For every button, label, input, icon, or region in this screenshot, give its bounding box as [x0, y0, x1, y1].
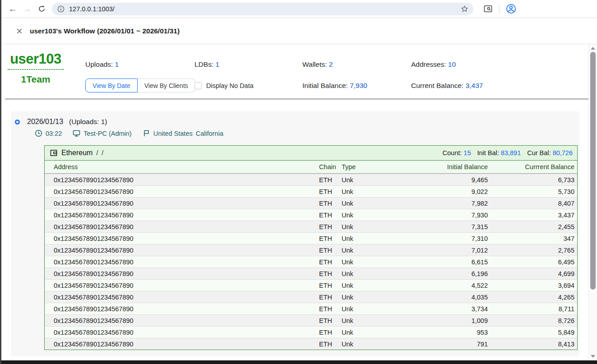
cell-chain: ETH: [319, 188, 342, 195]
cell-chain: ETH: [319, 341, 342, 348]
table-row[interactable]: 0x12345678901234567890 ETH Unk 7,982 8,4…: [45, 197, 577, 209]
table-row[interactable]: 0x12345678901234567890 ETH Unk 6,615 6,4…: [45, 256, 577, 267]
bookmark-star-icon[interactable]: [460, 5, 469, 13]
browser-window: ← → 127.0.0.1:1003/ × user103's Work: [0, 0, 597, 364]
vertical-scrollbar[interactable]: [588, 44, 597, 360]
cell-current-balance: 5,849: [488, 329, 574, 336]
cell-chain: ETH: [319, 270, 342, 277]
cell-address: 0x12345678901234567890: [45, 247, 319, 254]
cell-chain: ETH: [319, 223, 342, 230]
view-toggle-group: View By Date View By Clients: [85, 78, 194, 92]
stat-initial-balance-value: 7,930: [350, 82, 367, 89]
forward-icon: →: [23, 5, 31, 13]
cell-address: 0x12345678901234567890: [45, 305, 319, 313]
cell-current-balance: 4,265: [488, 294, 574, 301]
table-row[interactable]: 0x12345678901234567890 ETH Unk 4,522 3,6…: [45, 279, 577, 291]
cell-chain: ETH: [319, 329, 342, 336]
day-date: 2026/01/13: [27, 118, 63, 126]
profile-icon[interactable]: [506, 4, 516, 14]
table-row[interactable]: 0x12345678901234567890 ETH Unk 4,035 4,2…: [45, 291, 577, 303]
cell-type: Unk: [342, 188, 369, 195]
cell-address: 0x12345678901234567890: [45, 176, 319, 184]
toolbar-divider: [499, 5, 500, 14]
stat-initial-balance: Initial Balance: 7,930: [302, 82, 411, 90]
col-address: Address: [45, 163, 319, 170]
table-row[interactable]: 0x12345678901234567890 ETH Unk 9,022 5,7…: [45, 185, 577, 197]
stat-wallets-value: 2: [329, 60, 333, 68]
table-row[interactable]: 0x12345678901234567890 ETH Unk 3,734 8,7…: [45, 303, 577, 314]
cell-initial-balance: 6,196: [369, 270, 488, 277]
cell-chain: ETH: [319, 200, 342, 207]
cell-chain: ETH: [319, 247, 342, 254]
stat-addresses-value: 10: [448, 60, 456, 68]
cell-address: 0x12345678901234567890: [45, 294, 319, 301]
cell-initial-balance: 7,310: [369, 235, 488, 242]
table-row[interactable]: 0x12345678901234567890 ETH Unk 9,465 6,7…: [45, 174, 577, 185]
header-divider: [5, 98, 589, 100]
page-title: user103's Workflow (2026/01/01 ~ 2026/01…: [30, 27, 180, 35]
cell-address: 0x12345678901234567890: [45, 223, 319, 230]
location-country: United States: [153, 130, 193, 137]
table-row[interactable]: 0x12345678901234567890 ETH Unk 6,196 4,6…: [45, 267, 577, 279]
user-summary: user103 1Team Uploads: 1 LDBs: 1 Wallets…: [3, 45, 597, 98]
cell-initial-balance: 9,465: [369, 176, 488, 184]
cell-current-balance: 3,694: [488, 282, 574, 289]
back-icon[interactable]: ←: [9, 5, 17, 13]
stat-ldbs: LDBs: 1: [194, 60, 302, 69]
cell-type: Unk: [342, 270, 369, 277]
url-text[interactable]: 127.0.0.1:1003/: [69, 5, 460, 13]
site-info-icon[interactable]: [57, 5, 65, 13]
stat-ldbs-value: 1: [216, 60, 220, 68]
cell-chain: ETH: [319, 212, 342, 219]
wallet-count: Count: 15: [443, 149, 471, 157]
cell-current-balance: 8,413: [488, 341, 574, 348]
close-icon[interactable]: ×: [14, 26, 24, 37]
workflow-panel: 2026/01/13 (Uploads: 1) 03:22 Test-PC (A…: [11, 111, 579, 356]
display-no-data-checkbox[interactable]: [194, 82, 202, 89]
scrollbar-down-icon[interactable]: [591, 355, 595, 358]
address-bar[interactable]: 127.0.0.1:1003/: [52, 3, 473, 15]
day-uploads-note: (Uploads: 1): [69, 118, 107, 126]
scrollbar-thumb[interactable]: [590, 52, 596, 290]
cell-chain: ETH: [319, 294, 342, 301]
view-by-date-button[interactable]: View By Date: [85, 78, 138, 92]
wallet-cur-bal: Cur Bal: 80,726: [527, 149, 573, 157]
table-row[interactable]: 0x12345678901234567890 ETH Unk 791 8,413: [45, 338, 577, 350]
cell-type: Unk: [342, 258, 369, 266]
refresh-icon[interactable]: [37, 5, 46, 13]
clock-icon: [35, 129, 42, 137]
cell-current-balance: 2,455: [488, 223, 574, 230]
cell-chain: ETH: [319, 282, 342, 289]
scrollbar-up-icon[interactable]: [591, 47, 595, 50]
cell-type: Unk: [342, 212, 369, 219]
cell-current-balance: 8,726: [488, 317, 574, 324]
table-row[interactable]: 0x12345678901234567890 ETH Unk 953 5,849: [45, 326, 577, 338]
display-no-data-option: Display No Data: [194, 82, 302, 89]
col-chain: Chain: [319, 163, 342, 170]
cell-address: 0x12345678901234567890: [45, 317, 319, 324]
table-row[interactable]: 0x12345678901234567890 ETH Unk 1,009 8,7…: [45, 314, 577, 326]
cell-address: 0x12345678901234567890: [45, 235, 319, 242]
table-row[interactable]: 0x12345678901234567890 ETH Unk 7,930 3,4…: [45, 209, 577, 221]
cell-type: Unk: [342, 282, 369, 289]
col-type: Type: [342, 163, 369, 170]
cell-current-balance: 8,407: [488, 200, 574, 207]
cell-type: Unk: [342, 341, 369, 348]
cell-initial-balance: 9,022: [369, 188, 488, 195]
cell-initial-balance: 1,009: [369, 317, 488, 324]
user-team: 1Team: [8, 74, 64, 85]
upload-meta: 03:22 Test-PC (Admin) United States Cali…: [35, 129, 579, 137]
window-bottom-edge: [1, 360, 597, 364]
workflow-header: × user103's Workflow (2026/01/01 ~ 2026/…: [3, 18, 597, 44]
cell-initial-balance: 953: [369, 329, 488, 336]
table-row[interactable]: 0x12345678901234567890 ETH Unk 7,012 2,7…: [45, 244, 577, 256]
table-row[interactable]: 0x12345678901234567890 ETH Unk 7,315 2,4…: [45, 221, 577, 232]
cell-address: 0x12345678901234567890: [45, 341, 319, 348]
cell-address: 0x12345678901234567890: [45, 329, 319, 336]
search-sidebar-icon[interactable]: [483, 4, 493, 14]
cell-chain: ETH: [319, 235, 342, 242]
stats-grid: Uploads: 1 LDBs: 1 Wallets: 2 Addresses:…: [85, 54, 483, 96]
day-header: 2026/01/13 (Uploads: 1): [11, 111, 579, 126]
table-row[interactable]: 0x12345678901234567890 ETH Unk 7,310 347: [45, 232, 577, 244]
view-by-clients-button[interactable]: View By Clients: [138, 78, 195, 92]
